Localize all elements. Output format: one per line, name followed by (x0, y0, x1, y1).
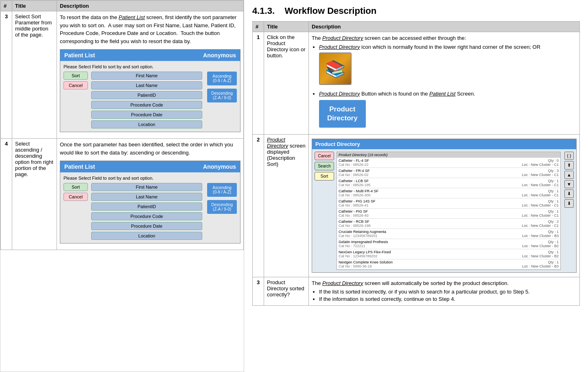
row-desc: The Product Directory screen can be acce… (309, 32, 580, 135)
pl-title-2: Patient List (64, 163, 95, 170)
pl-field-patientid-2[interactable]: PatientID (91, 202, 202, 211)
pl-sort-buttons-2: Sort Cancel (63, 183, 88, 201)
pd-ctrl-down-arrow2[interactable]: ⬇ (564, 199, 574, 208)
pd-sort-btn[interactable]: Sort (315, 172, 334, 181)
pd-search-btn[interactable]: Search (315, 162, 334, 170)
pl-ascending-btn-1[interactable]: Ascending(0-9 / A-Z) (207, 72, 237, 85)
pl-field-procdate-1[interactable]: Procedure Date (91, 111, 202, 119)
table-row: 1 Click on the Product Directory icon or… (253, 32, 580, 135)
pl-field-location-1[interactable]: Location (91, 120, 202, 128)
left-table: # Title Description 3 Select Sort Parame… (0, 0, 244, 250)
pl-ascending-btn-2[interactable]: Ascending(0-9 / A-Z) (207, 183, 237, 197)
list-item: Catheter - Multi FR-4 SFCat No : 08526-3… (337, 188, 560, 198)
prod-dir-link-row3: Product Directory (322, 280, 363, 286)
pl-order-buttons-2: Ascending(0-9 / A-Z) Descending(Z-A / 9-… (207, 183, 237, 214)
list-item: Gelatin Impregnated ProthesisCat No : 72… (337, 239, 560, 249)
section-heading: Workflow Description (285, 6, 377, 16)
row-desc: To resort the data on the Patient List s… (57, 11, 244, 139)
patient-list-mockup-1: Patient List Anonymous Please Select Fie… (60, 49, 240, 132)
list-item: Catheter - PIG SFCat No : 08526-40 Qty :… (337, 209, 560, 219)
pd-ctrl-up-small[interactable]: ▲ (564, 171, 574, 179)
bullet-incorrectly-sorted: If the list is sorted incorrectly, or if… (319, 289, 577, 295)
pd-list: Product Directory (19 records) Catheter … (337, 152, 561, 270)
row-desc: The Product Directory screen will automa… (309, 277, 580, 306)
right-table: # Title Description 1 Click on the Produ… (252, 21, 580, 306)
pl-field-firstname-1[interactable]: First Name (91, 72, 202, 80)
row-title: Click on the Product Directory icon or b… (264, 32, 309, 135)
list-item: Catheter - LCB SFCat No : 08526-195 Qty … (337, 178, 560, 188)
pl-field-location-2[interactable]: Location (91, 232, 202, 240)
pl-field-lastname-2[interactable]: Last Name (91, 193, 202, 201)
list-item: Cruciate Retaining AugmentaCat No : 1234… (337, 229, 560, 239)
pl-fields-1: First Name Last Name PatientID Procedure… (91, 72, 202, 128)
pl-body-1: Please Select Field to sort by and sort … (60, 61, 240, 132)
pl-order-buttons-1: Ascending(0-9 / A-Z) Descending(Z-A / 9-… (207, 72, 237, 102)
pd-screen-body: Cancel Search Sort Product Directory (19… (312, 149, 576, 272)
pl-field-proccode-2[interactable]: Procedure Code (91, 212, 202, 220)
right-col-num: # (253, 22, 264, 32)
row-num: 2 (253, 134, 264, 277)
patient-list-link-1: Patient List (119, 14, 145, 20)
pl-instruction-1: Please Select Field to sort by and sort … (63, 64, 237, 69)
list-item: NexGen Legacy LPS Flex-FixedCat No : 123… (337, 249, 560, 259)
pl-fields-2: First Name Last Name PatientID Procedure… (91, 183, 202, 240)
pl-sort-btn-2[interactable]: Sort (63, 183, 88, 191)
pl-sort-btn-1[interactable]: Sort (63, 72, 88, 80)
pl-field-procdate-2[interactable]: Procedure Date (91, 222, 202, 230)
pl-anonymous-1: Anonymous (203, 52, 236, 59)
pl-header-1: Patient List Anonymous (60, 50, 240, 61)
pd-ctrl-braces[interactable]: { } (564, 152, 574, 160)
row-title: Product Directory screen displayed (Desc… (264, 134, 309, 277)
right-panel: 4.1.3. Workflow Description # Title Desc… (244, 0, 588, 372)
list-item: Catheter - PIG 14S SFCat No : 08526-41 Q… (337, 198, 560, 209)
pd-ctrl-up-arrow[interactable]: ⬆ (564, 161, 574, 170)
left-panel: # Title Description 3 Select Sort Parame… (0, 0, 244, 372)
prod-dir-btn-link: Product Directory (319, 91, 360, 97)
row-num: 3 (1, 11, 12, 139)
right-col-desc: Description (309, 22, 580, 32)
pd-cancel-btn[interactable]: Cancel (315, 152, 334, 160)
pd-sidebar: Cancel Search Sort (315, 152, 334, 270)
pl-body-2: Please Select Field to sort by and sort … (60, 172, 240, 243)
pd-controls: { } ⬆ ▲ ▼ ⬇ ⬇ (564, 152, 574, 270)
pl-sort-row-1: Sort Cancel First Name Last Name Patient… (63, 72, 237, 128)
table-row: 3 Product Directory sorted correctly? Th… (253, 277, 580, 306)
section-number: 4.1.3. (252, 6, 275, 16)
pl-cancel-btn-1[interactable]: Cancel (63, 81, 88, 89)
pl-cancel-btn-2[interactable]: Cancel (63, 193, 88, 201)
pd-list-header: Product Directory (19 records) (337, 152, 560, 158)
section-title: 4.1.3. Workflow Description (252, 6, 580, 16)
access-method-icon: Product Directory icon which is normally… (319, 44, 577, 89)
pl-sort-row-2: Sort Cancel First Name Last Name Patient… (63, 183, 237, 240)
pl-sort-buttons-1: Sort Cancel (63, 72, 88, 89)
pl-field-proccode-1[interactable]: Procedure Code (91, 101, 202, 109)
pl-field-patientid-1[interactable]: PatientID (91, 91, 202, 99)
table-row: 3 Select Sort Parameter from middle port… (1, 11, 244, 139)
pl-descending-btn-1[interactable]: Descending(Z-A / 9-0) (207, 89, 237, 102)
pl-instruction-2: Please Select Field to sort by and sort … (63, 176, 237, 181)
row-num: 3 (253, 277, 264, 306)
row-title: Select ascending / descending option fro… (12, 139, 57, 250)
access-method-button: Product Directory Button which is found … (319, 91, 577, 131)
product-directory-screen: Product Directory Cancel Search Sort Pro… (312, 139, 577, 273)
pl-anonymous-2: Anonymous (203, 163, 236, 170)
left-col-num: # (1, 1, 12, 11)
pd-ctrl-down-arrow[interactable]: ⬇ (564, 189, 574, 198)
pl-field-firstname-2[interactable]: First Name (91, 183, 202, 191)
pd-screen-header: Product Directory (312, 139, 576, 149)
prod-dir-icon-link: Product Directory (319, 44, 360, 50)
product-directory-icon (319, 52, 352, 85)
pd-title-link: Product Directory (267, 137, 288, 149)
pl-title-1: Patient List (64, 52, 95, 59)
pl-descending-btn-2[interactable]: Descending(Z-A / 9-0) (207, 200, 237, 214)
pl-field-lastname-1[interactable]: Last Name (91, 81, 202, 89)
list-item: Catheter - FR-4 SFCat No : 08526-02 Qty … (337, 168, 560, 178)
row-desc: Product Directory Cancel Search Sort Pro… (309, 134, 580, 277)
pd-ctrl-down-small[interactable]: ▼ (564, 180, 574, 188)
row-title: Select Sort Parameter from middle portio… (12, 11, 57, 139)
access-methods-list: Product Directory icon which is normally… (319, 44, 577, 131)
table-row: 4 Select ascending / descending option f… (1, 139, 244, 250)
left-col-desc: Description (57, 1, 244, 11)
patient-list-mockup-2: Patient List Anonymous Please Select Fie… (60, 161, 240, 244)
product-directory-button[interactable]: ProductDirectory (319, 100, 366, 128)
